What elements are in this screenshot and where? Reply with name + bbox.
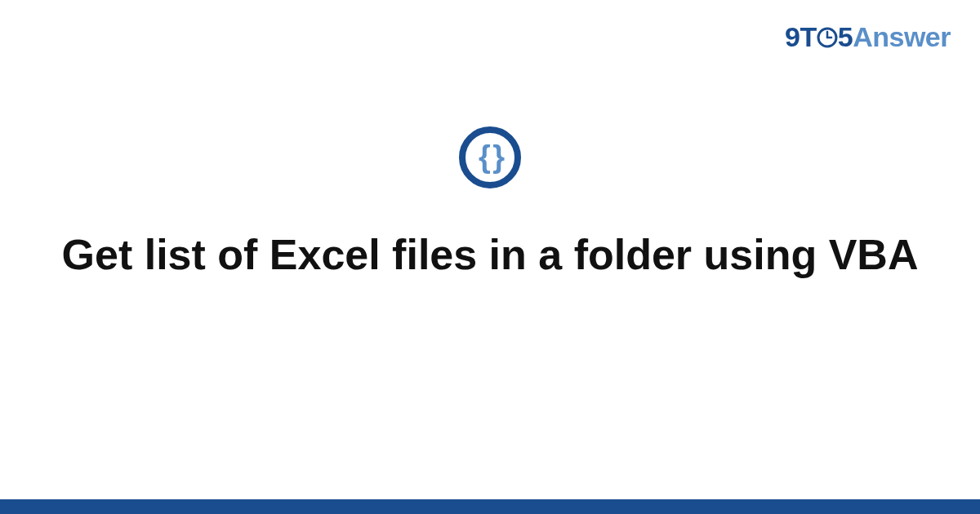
code-braces-icon: { } [459, 126, 521, 188]
clock-icon [817, 27, 838, 48]
site-logo: 9T5Answer [785, 21, 951, 53]
page-title: Get list of Excel files in a folder usin… [0, 228, 980, 281]
icon-ring: { } [459, 126, 521, 188]
logo-text-5: 5 [838, 21, 853, 52]
braces-glyph: { } [479, 141, 501, 172]
logo-text-answer: Answer [853, 21, 951, 52]
logo-text-9t: 9T [785, 21, 817, 52]
footer-bar [0, 499, 980, 514]
